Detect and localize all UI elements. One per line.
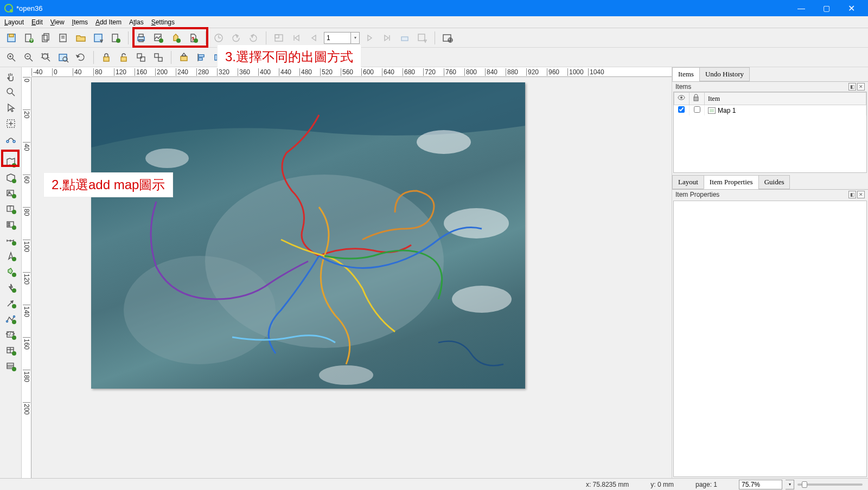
- menu-atlas[interactable]: Atlas: [129, 18, 144, 26]
- items-table[interactable]: Item Map 1: [673, 92, 867, 173]
- atlas-print-button[interactable]: [398, 31, 412, 45]
- atlas-next-button[interactable]: [363, 31, 377, 45]
- undo-button[interactable]: [229, 31, 243, 45]
- atlas-export-button[interactable]: [415, 31, 429, 45]
- align-left-button[interactable]: [194, 50, 208, 65]
- layout-canvas[interactable]: 2.點選add map圖示: [31, 77, 672, 478]
- zoom-slider-thumb[interactable]: [802, 481, 807, 488]
- add-html-tool[interactable]: </>: [3, 328, 18, 342]
- props-close-button[interactable]: ✕: [857, 191, 865, 198]
- svg-rect-59: [141, 57, 145, 61]
- zoom-out-button[interactable]: [22, 50, 36, 65]
- atlas-first-button[interactable]: [289, 31, 303, 45]
- item-lock-checkbox[interactable]: [694, 106, 700, 113]
- print-button[interactable]: [134, 31, 148, 45]
- minimize-button[interactable]: —: [789, 0, 814, 16]
- add-label-tool[interactable]: T: [3, 202, 18, 216]
- menu-edit[interactable]: Edit: [31, 18, 43, 26]
- add-3d-map-tool[interactable]: [3, 171, 18, 185]
- svg-rect-65: [199, 55, 204, 57]
- lock-button[interactable]: [99, 50, 113, 65]
- new-layout-button[interactable]: +: [22, 31, 36, 45]
- eye-icon: [678, 94, 685, 101]
- layout-page[interactable]: [91, 82, 525, 389]
- items-close-button[interactable]: ✕: [857, 83, 865, 91]
- raise-button[interactable]: [177, 50, 191, 65]
- svg-rect-62: [181, 56, 187, 61]
- duplicate-layout-button[interactable]: [39, 31, 53, 45]
- menu-add-item[interactable]: Add Item: [95, 18, 122, 26]
- maximize-button[interactable]: ▢: [814, 0, 839, 16]
- add-scalebar-tool[interactable]: [3, 234, 18, 248]
- menu-view[interactable]: View: [50, 18, 65, 26]
- atlas-page-dropdown[interactable]: ▾: [351, 32, 360, 44]
- svg-rect-60: [155, 54, 158, 57]
- item-visible-checkbox[interactable]: [678, 106, 685, 113]
- add-node-item-tool[interactable]: [3, 312, 18, 326]
- select-tool[interactable]: [3, 101, 18, 115]
- tab-layout[interactable]: Layout: [672, 175, 704, 189]
- svg-point-80: [13, 140, 15, 143]
- add-shape-tool[interactable]: [3, 265, 18, 279]
- ruler-vertical: 020406080100120140160180200: [22, 77, 31, 478]
- zoom-full-button[interactable]: [56, 50, 71, 65]
- zoom-slider[interactable]: [797, 483, 863, 486]
- refresh-button[interactable]: [74, 50, 88, 65]
- atlas-toggle-button[interactable]: [272, 31, 286, 45]
- edit-nodes-tool[interactable]: [3, 132, 18, 146]
- add-items-from-template-button[interactable]: [108, 31, 123, 45]
- close-button[interactable]: ✕: [839, 0, 864, 16]
- layout-manager-button[interactable]: [56, 31, 71, 45]
- add-arrow-tool[interactable]: [3, 296, 18, 311]
- svg-point-83: [12, 179, 16, 183]
- svg-point-89: [12, 210, 16, 214]
- add-fixed-table-tool[interactable]: [3, 359, 18, 373]
- unlock-button[interactable]: [117, 50, 131, 65]
- atlas-prev-button[interactable]: [307, 31, 321, 45]
- export-image-button[interactable]: [151, 31, 165, 45]
- zoom-input[interactable]: [739, 480, 782, 489]
- props-undock-button[interactable]: ◧: [848, 191, 856, 198]
- add-picture-tool[interactable]: [3, 186, 18, 201]
- items-row-map1[interactable]: Map 1: [674, 105, 866, 116]
- tab-items[interactable]: Items: [672, 67, 700, 81]
- add-attribute-table-tool[interactable]: [3, 344, 18, 358]
- map-item[interactable]: [91, 82, 525, 389]
- save-as-template-button[interactable]: [91, 31, 105, 45]
- add-map-tool[interactable]: [3, 155, 18, 169]
- atlas-page-field[interactable]: [324, 32, 351, 44]
- save-button[interactable]: [4, 31, 18, 45]
- item-label: Map 1: [718, 107, 736, 114]
- export-pdf-button[interactable]: [186, 31, 200, 45]
- atlas-settings-button[interactable]: [441, 31, 455, 45]
- item-properties-body[interactable]: [673, 201, 867, 477]
- items-undock-button[interactable]: ◧: [848, 83, 856, 91]
- zoom-tool[interactable]: [3, 85, 18, 99]
- svg-point-104: [12, 288, 16, 293]
- group-button[interactable]: [134, 50, 148, 65]
- add-legend-tool[interactable]: [3, 218, 18, 232]
- zoom-in-button[interactable]: [4, 50, 18, 65]
- export-svg-button[interactable]: [169, 31, 183, 45]
- add-marker-tool[interactable]: [3, 281, 18, 295]
- add-north-arrow-tool[interactable]: [3, 249, 18, 263]
- zoom-dropdown[interactable]: ▾: [786, 480, 794, 489]
- atlas-page-input[interactable]: ▾: [324, 32, 360, 44]
- open-template-button[interactable]: [74, 31, 88, 45]
- undo-history-button[interactable]: [212, 31, 226, 45]
- pan-tool[interactable]: [3, 69, 18, 83]
- svg-marker-32: [368, 35, 372, 41]
- tab-guides[interactable]: Guides: [758, 175, 790, 189]
- menu-layout[interactable]: Layout: [4, 18, 24, 26]
- ungroup-button[interactable]: [151, 50, 165, 65]
- svg-point-123: [124, 256, 276, 364]
- menu-settings[interactable]: Settings: [151, 18, 175, 26]
- tab-undo-history[interactable]: Undo History: [699, 67, 750, 81]
- tab-item-properties[interactable]: Item Properties: [704, 175, 759, 189]
- move-item-content-tool[interactable]: [3, 117, 18, 131]
- zoom-actual-button[interactable]: 1:1: [39, 50, 53, 65]
- redo-button[interactable]: [246, 31, 260, 45]
- atlas-last-button[interactable]: [380, 31, 394, 45]
- svg-marker-31: [312, 35, 316, 41]
- menu-items[interactable]: Items: [72, 18, 88, 26]
